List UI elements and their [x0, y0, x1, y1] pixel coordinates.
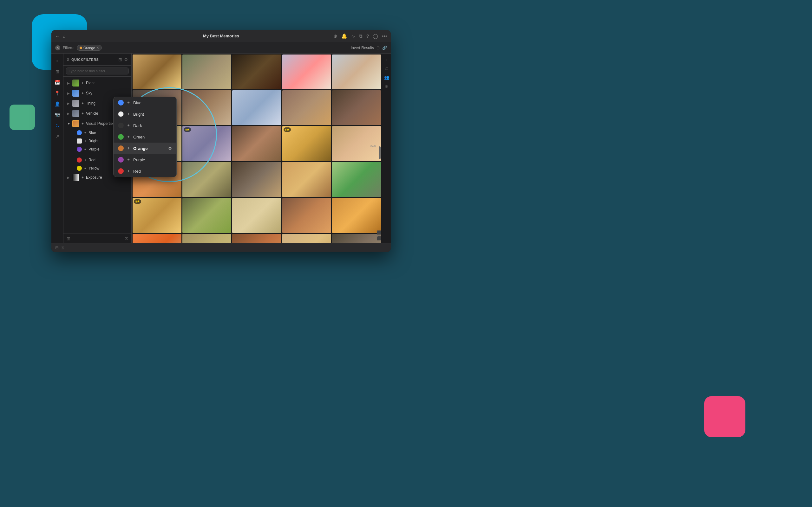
photo-cell[interactable] [232, 234, 281, 243]
sparkle-icon: ✦ [81, 112, 84, 116]
dropdown-item-orange[interactable]: ✦ Orange ⚙ [113, 143, 176, 154]
photo-cell[interactable] [232, 198, 281, 233]
dropdown-item-red[interactable]: ✦ Red [113, 165, 176, 177]
dropdown-item-label: Green [133, 135, 145, 139]
dropdown-item-label: Orange [133, 146, 148, 151]
add-circle-icon[interactable]: ⊕ [383, 83, 390, 90]
more-icon[interactable]: ••• [382, 33, 387, 39]
clear-filter-button[interactable]: ✕ [55, 45, 60, 50]
photo-cell[interactable] [282, 90, 331, 125]
camera-icon[interactable]: 📷 [53, 110, 62, 119]
scroll-bottom-icon2[interactable]: ⬛ [376, 236, 381, 240]
photo-cell[interactable] [183, 234, 231, 243]
filter-chip-label: Orange [84, 46, 95, 50]
sidebar-item-label-red: Red [89, 158, 96, 162]
filter-bar-right: Invert Results ⊡ 🔗 [351, 46, 387, 50]
yellow-swatch [77, 166, 82, 171]
title-bar-right: ⊕ 🔔 ∿ ⧉ ? ◯ ••• [330, 33, 387, 39]
photo-cell[interactable] [133, 234, 182, 243]
folder-icon[interactable]: 🗂 [53, 121, 62, 130]
help-icon[interactable]: ? [366, 33, 369, 39]
tag-icon[interactable]: 🏷 [383, 65, 390, 72]
photo-cell[interactable] [232, 90, 281, 125]
invert-icon[interactable]: ⊡ [376, 46, 380, 50]
dropdown-item-purple[interactable]: ✦ Purple [113, 154, 176, 165]
photo-cell[interactable] [183, 162, 231, 197]
photo-cell[interactable] [232, 55, 281, 89]
settings-icon[interactable]: ⚙ [124, 57, 128, 62]
sidebar-item-plant[interactable]: ▶ ✦ Plant [63, 78, 131, 88]
scroll-bottom-icon1[interactable]: ⬛ [376, 230, 381, 235]
user-icon[interactable]: ◯ [373, 33, 378, 39]
bell-icon[interactable]: 🔔 [341, 33, 347, 39]
photo-cell[interactable] [183, 55, 231, 89]
photo-cell[interactable] [133, 55, 182, 89]
link-icon[interactable]: 🔗 [382, 46, 387, 50]
sparkle-icon: ✦ [81, 176, 84, 180]
icon-bar: « ⊞ 📅 📍 👤 📷 🗂 ↗ [51, 54, 63, 243]
blue-swatch [118, 100, 124, 106]
main-content: « ⊞ 📅 📍 👤 📷 🗂 ↗ ⧖ QUICKFILTERS ⊞ ⚙ [51, 54, 391, 243]
window-icon[interactable]: ⧉ [359, 33, 362, 39]
waveform-icon[interactable]: ∿ [351, 33, 355, 39]
photo-cell[interactable] [332, 90, 381, 125]
calendar-icon[interactable]: 📅 [53, 78, 62, 87]
dropdown-item-label: Red [133, 169, 141, 174]
photo-cell[interactable]: 5★ [183, 126, 231, 161]
visual-thumb [72, 120, 79, 127]
filter-search-input[interactable] [66, 67, 129, 74]
photo-cell[interactable] [332, 162, 381, 197]
grid-options-icon[interactable]: ⊞ [118, 57, 122, 62]
photo-cell[interactable] [282, 198, 331, 233]
filter-footer-icon[interactable]: ⧖ [125, 236, 128, 241]
dropdown-item-dark[interactable]: ✦ Dark [113, 120, 176, 131]
photo-cell[interactable] [332, 198, 381, 233]
sidebar-header: ⧖ QUICKFILTERS ⊞ ⚙ [63, 54, 131, 66]
grid-footer-icon[interactable]: ⊞ [67, 236, 70, 241]
sidebar-header-icons: ⊞ ⚙ [118, 57, 128, 62]
filter-chip-color [80, 47, 82, 49]
right-icons-panel: » 🏷 👥 ⊕ [382, 54, 391, 243]
collapse-right-button[interactable]: » [383, 56, 390, 63]
back-button[interactable]: ← [55, 34, 60, 39]
export-icon[interactable]: ↗ [53, 131, 62, 141]
collapse-sidebar-button[interactable]: « [53, 56, 62, 66]
expand-arrow: ▼ [67, 122, 70, 125]
photo-cell[interactable] [282, 162, 331, 197]
window-title: My Best Memories [112, 34, 330, 38]
sparkle-icon: ✦ [84, 131, 87, 135]
photo-cell[interactable]: 5★ [282, 126, 331, 161]
grid-view-icon[interactable]: ⊞ [53, 67, 62, 76]
photo-cell[interactable]: 5★ [133, 198, 182, 233]
people-icon[interactable]: 👤 [53, 99, 62, 109]
dropdown-item-green[interactable]: ✦ Green [113, 131, 176, 143]
active-filter-chip[interactable]: Orange ✕ [77, 45, 102, 51]
photo-cell[interactable] [232, 126, 281, 161]
bg-decoration-green [9, 105, 35, 130]
photo-cell[interactable] [232, 162, 281, 197]
location-icon[interactable]: 📍 [53, 89, 62, 98]
photo-cell[interactable] [332, 55, 381, 89]
dropdown-item-bright[interactable]: ✦ Bright [113, 108, 176, 120]
search-icon[interactable]: ⌕ [63, 34, 65, 39]
bright-swatch [118, 111, 124, 117]
photo-cell[interactable] [282, 234, 331, 243]
filter-chip-remove[interactable]: ✕ [96, 46, 99, 49]
dropdown-item-label: Bright [133, 112, 144, 117]
photo-cell[interactable] [183, 198, 231, 233]
photo-cell[interactable] [332, 234, 381, 243]
filter-icon[interactable]: ⧖ [61, 245, 64, 250]
orange-swatch [118, 146, 124, 151]
subitem-label: Blue [89, 130, 96, 135]
sparkle-icon: ✦ [127, 158, 130, 162]
photo-cell[interactable] [183, 90, 231, 125]
invert-results-label[interactable]: Invert Results [351, 46, 374, 50]
dropdown-item-blue[interactable]: ✦ Blue [113, 97, 176, 108]
gear-icon[interactable]: ⚙ [168, 146, 172, 151]
photo-cell[interactable] [282, 55, 331, 89]
grid-icon[interactable]: ⊞ [55, 245, 59, 250]
add-icon[interactable]: ⊕ [334, 33, 338, 39]
scroll-thumb[interactable] [379, 147, 380, 159]
people-right-icon[interactable]: 👥 [383, 74, 390, 81]
photo-cell[interactable] [332, 126, 381, 161]
